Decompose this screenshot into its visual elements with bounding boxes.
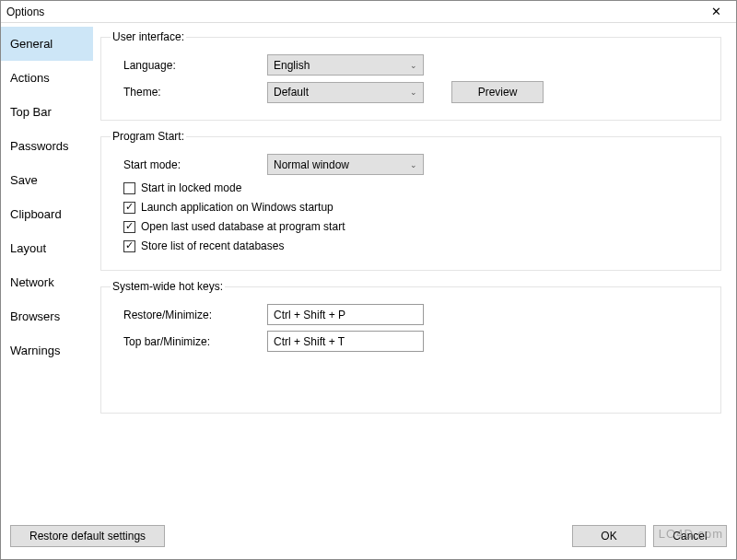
checkbox-label: Start in locked mode — [141, 181, 241, 194]
footer: Restore default settings OK Cancel — [1, 520, 736, 559]
restore-defaults-button[interactable]: Restore default settings — [10, 525, 165, 547]
restore-hotkey-input[interactable]: Ctrl + Shift + P — [267, 304, 424, 325]
checkbox-label: Open last used database at program start — [141, 220, 345, 233]
checkbox-label: Store list of recent databases — [141, 239, 284, 252]
body: General Actions Top Bar Passwords Save C… — [1, 23, 736, 520]
restore-hotkey-value: Ctrl + Shift + P — [274, 309, 345, 321]
cancel-button[interactable]: Cancel — [653, 525, 727, 547]
sidebar-item-network[interactable]: Network — [1, 265, 93, 299]
sidebar: General Actions Top Bar Passwords Save C… — [1, 23, 93, 520]
language-label: Language: — [111, 59, 267, 72]
section-program-start: Program Start: Start mode: Normal window… — [100, 130, 721, 271]
checkbox-launch-on-startup[interactable] — [123, 202, 135, 214]
theme-select[interactable]: Default ⌄ — [267, 82, 424, 103]
startmode-select[interactable]: Normal window ⌄ — [267, 154, 424, 175]
section-legend-hotkeys: System-wide hot keys: — [111, 280, 225, 293]
theme-label: Theme: — [111, 86, 267, 99]
chevron-down-icon: ⌄ — [410, 160, 417, 169]
section-user-interface: User interface: Language: English ⌄ Them… — [100, 30, 721, 121]
startmode-value: Normal window — [274, 158, 349, 171]
checkbox-open-last-db[interactable] — [123, 221, 135, 233]
sidebar-item-warnings[interactable]: Warnings — [1, 333, 93, 368]
sidebar-item-actions[interactable]: Actions — [1, 61, 93, 95]
theme-value: Default — [274, 86, 309, 99]
titlebar: Options ✕ — [1, 1, 736, 23]
topbar-hotkey-value: Ctrl + Shift + T — [274, 335, 345, 348]
checkbox-start-locked[interactable] — [123, 182, 135, 194]
sidebar-item-clipboard[interactable]: Clipboard — [1, 197, 93, 231]
window-title: Options — [5, 6, 699, 18]
topbar-hotkey-input[interactable]: Ctrl + Shift + T — [267, 331, 424, 352]
sidebar-item-general[interactable]: General — [1, 27, 93, 61]
checkbox-store-recent-dbs[interactable] — [123, 240, 135, 252]
startmode-label: Start mode: — [111, 158, 267, 171]
options-window: Options ✕ General Actions Top Bar Passwo… — [0, 0, 737, 560]
sidebar-item-save[interactable]: Save — [1, 163, 93, 197]
content: User interface: Language: English ⌄ Them… — [93, 23, 736, 520]
sidebar-item-passwords[interactable]: Passwords — [1, 129, 93, 163]
sidebar-item-layout[interactable]: Layout — [1, 231, 93, 265]
topbar-hotkey-label: Top bar/Minimize: — [111, 335, 267, 348]
close-icon[interactable]: ✕ — [699, 5, 732, 18]
ok-button[interactable]: OK — [572, 525, 646, 547]
language-select[interactable]: English ⌄ — [267, 54, 424, 76]
section-hotkeys: System-wide hot keys: Restore/Minimize: … — [100, 280, 721, 414]
section-legend-start: Program Start: — [111, 130, 186, 143]
checkbox-label: Launch application on Windows startup — [141, 201, 333, 214]
language-value: English — [274, 59, 310, 72]
sidebar-item-browsers[interactable]: Browsers — [1, 299, 93, 333]
preview-button[interactable]: Preview — [451, 81, 544, 103]
chevron-down-icon: ⌄ — [410, 88, 417, 97]
sidebar-item-top-bar[interactable]: Top Bar — [1, 95, 93, 129]
chevron-down-icon: ⌄ — [410, 61, 417, 70]
section-legend-ui: User interface: — [111, 30, 186, 43]
restore-hotkey-label: Restore/Minimize: — [111, 309, 267, 321]
